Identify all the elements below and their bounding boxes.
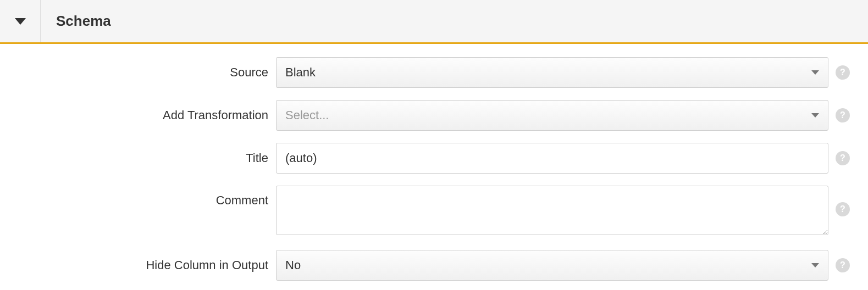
hide-select-value: No [285, 258, 301, 272]
panel-title: Schema [41, 13, 111, 30]
help-icon[interactable]: ? [836, 202, 850, 216]
hide-select[interactable]: No [276, 250, 828, 281]
help-icon[interactable]: ? [836, 151, 850, 165]
transformation-select-placeholder: Select... [285, 108, 329, 122]
help-icon[interactable]: ? [836, 108, 850, 122]
label-source: Source [11, 65, 276, 80]
source-select-value: Blank [285, 65, 316, 80]
comment-textarea[interactable] [276, 186, 828, 235]
title-input[interactable] [276, 143, 828, 174]
row-hide: Hide Column in Output No ? [11, 250, 857, 281]
label-hide: Hide Column in Output [11, 258, 276, 272]
caret-down-icon [811, 70, 819, 75]
label-title: Title [11, 151, 276, 165]
row-transformation: Add Transformation Select... ? [11, 100, 857, 131]
caret-down-icon [811, 113, 819, 118]
row-title: Title ? [11, 143, 857, 174]
row-comment: Comment ? [11, 186, 857, 238]
collapse-toggle[interactable] [0, 0, 41, 42]
row-source: Source Blank ? [11, 57, 857, 88]
panel-header: Schema [0, 0, 868, 44]
label-transformation: Add Transformation [11, 108, 276, 122]
caret-down-icon [811, 263, 819, 267]
transformation-select[interactable]: Select... [276, 100, 828, 131]
source-select[interactable]: Blank [276, 57, 828, 88]
help-icon[interactable]: ? [836, 65, 850, 80]
help-icon[interactable]: ? [836, 258, 850, 272]
form-area: Source Blank ? Add Transformation Select… [0, 44, 868, 281]
triangle-down-icon [15, 18, 26, 25]
label-comment: Comment [11, 186, 276, 208]
